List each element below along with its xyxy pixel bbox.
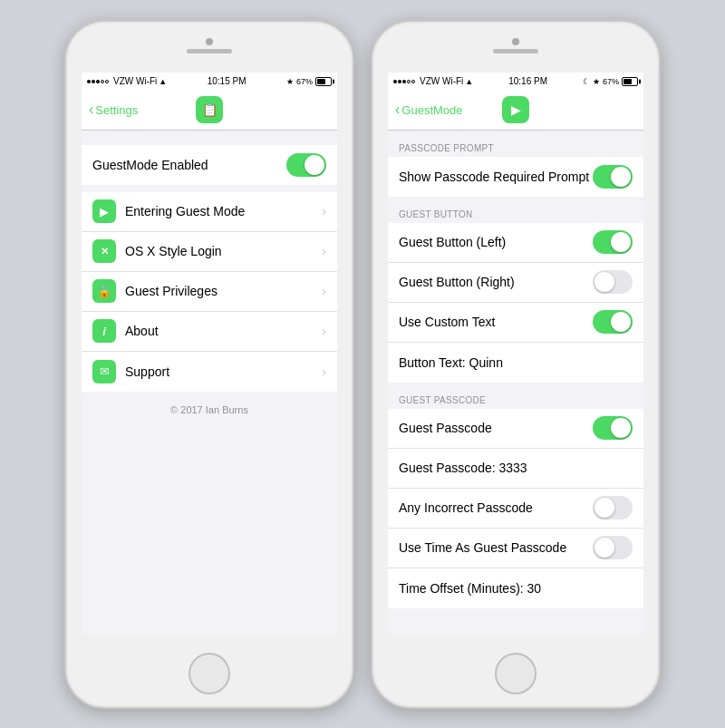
privileges-icon: 🔒	[92, 279, 116, 303]
row-guestmode-enabled[interactable]: GuestMode Enabled	[82, 145, 337, 185]
guestmode-label: GuestMode Enabled	[92, 158, 286, 172]
row-osx-style-login[interactable]: ✕ OS X Style Login ›	[82, 232, 337, 272]
group-guestmode: GuestMode Enabled	[82, 145, 337, 185]
time-offset-label: Time Offset (Minutes): 30	[399, 581, 633, 596]
show-passcode-toggle[interactable]	[593, 165, 633, 189]
home-button-1[interactable]	[188, 653, 230, 694]
guest-passcode-toggle[interactable]	[593, 416, 633, 440]
row-support[interactable]: ✉ Support ›	[82, 352, 337, 392]
row-about[interactable]: i About ›	[82, 312, 337, 352]
privileges-chevron: ›	[322, 284, 326, 298]
row-use-time-as-passcode[interactable]: Use Time As Guest Passcode	[388, 529, 643, 568]
nav-back-2[interactable]: ‹ GuestMode	[395, 102, 463, 118]
nav-bar-1: ‹ Settings 📋	[82, 91, 337, 131]
about-label: About	[125, 324, 316, 338]
nav-icon-symbol-1: 📋	[202, 102, 218, 117]
phone-1: VZW Wi-Fi ▲ 10:15 PM ★ 67% ‹ Settings 📋	[64, 20, 354, 709]
guest-passcode-value-label: Guest Passcode: 3333	[399, 461, 633, 475]
dot2-2	[398, 80, 401, 83]
battery-icon-2	[622, 77, 638, 86]
back-label-1: Settings	[95, 103, 138, 117]
battery-icon-1	[315, 77, 332, 86]
show-passcode-label: Show Passcode Required Prompt	[399, 170, 593, 184]
group-nav-rows: ▶ Entering Guest Mode › ✕ OS X Style Log…	[82, 192, 337, 392]
bluetooth-icon-1: ★	[286, 77, 294, 86]
group-guest-button: Guest Button (Left) Guest Button (Right)…	[388, 223, 643, 383]
any-incorrect-toggle[interactable]	[593, 496, 633, 519]
dot2-3	[402, 80, 406, 83]
camera-dot-2	[512, 38, 519, 45]
guest-button-right-toggle[interactable]	[593, 270, 633, 294]
nav-bar-2: ‹ GuestMode ▶	[388, 91, 643, 131]
battery-fill-2	[624, 79, 632, 84]
guest-button-left-label: Guest Button (Left)	[399, 235, 593, 249]
entering-icon: ▶	[92, 199, 116, 223]
copyright: © 2017 Ian Burns	[82, 392, 337, 428]
signal-dots	[87, 80, 109, 83]
status-right-1: ★ 67%	[286, 77, 332, 86]
section-header-guest-passcode: GUEST PASSCODE	[388, 383, 643, 409]
dot4	[101, 80, 104, 83]
back-arrow-1: ‹	[89, 102, 93, 118]
use-time-toggle[interactable]	[593, 536, 633, 559]
row-any-incorrect-passcode[interactable]: Any Incorrect Passcode	[388, 489, 643, 529]
entering-label: Entering Guest Mode	[125, 204, 316, 218]
bluetooth-icon-2: ★	[593, 77, 600, 86]
use-time-knob	[594, 538, 614, 558]
use-custom-text-knob	[611, 312, 631, 332]
nav-icon-1: 📋	[196, 96, 223, 123]
guest-passcode-label: Guest Passcode	[399, 421, 593, 435]
osx-chevron: ›	[322, 244, 326, 258]
dot5	[105, 80, 109, 83]
gap1	[82, 185, 337, 192]
dot1	[87, 80, 91, 83]
guestmode-toggle[interactable]	[286, 153, 326, 177]
nav-icon-2: ▶	[502, 96, 529, 123]
nav-back-1[interactable]: ‹ Settings	[89, 102, 138, 118]
wifi-icon-2: ▲	[465, 77, 473, 86]
about-chevron: ›	[322, 324, 326, 338]
privileges-label: Guest Privileges	[125, 284, 316, 298]
row-button-text: Button Text: Quinn	[388, 343, 643, 383]
use-time-label: Use Time As Guest Passcode	[399, 540, 593, 555]
button-text-label: Button Text: Quinn	[399, 355, 633, 370]
section-header-passcode-prompt: PASSCODE PROMPT	[388, 131, 643, 157]
any-incorrect-label: Any Incorrect Passcode	[399, 500, 593, 515]
guest-button-right-label: Guest Button (Right)	[399, 275, 593, 289]
status-left: VZW Wi-Fi ▲	[87, 76, 167, 86]
back-arrow-2: ‹	[395, 102, 400, 118]
row-guest-passcode[interactable]: Guest Passcode	[388, 409, 643, 449]
guest-button-left-knob	[611, 232, 631, 252]
dot2-1	[393, 80, 397, 83]
osx-icon: ✕	[92, 239, 116, 263]
row-time-offset: Time Offset (Minutes): 30	[388, 568, 643, 608]
row-entering-guest-mode[interactable]: ▶ Entering Guest Mode ›	[82, 192, 337, 232]
support-chevron: ›	[322, 364, 326, 379]
row-guest-button-left[interactable]: Guest Button (Left)	[388, 223, 643, 263]
phone-2: VZW Wi-Fi ▲ 10:16 PM ☾ ★ 67% ‹ GuestMode…	[371, 20, 661, 709]
about-icon: i	[92, 319, 116, 343]
content-2: PASSCODE PROMPT Show Passcode Required P…	[388, 131, 643, 635]
status-bar-1: VZW Wi-Fi ▲ 10:15 PM ★ 67%	[82, 73, 337, 91]
row-guest-privileges[interactable]: 🔒 Guest Privileges ›	[82, 272, 337, 312]
dot3	[96, 80, 100, 83]
status-right-2: ☾ ★ 67%	[583, 77, 638, 86]
screen-1: VZW Wi-Fi ▲ 10:15 PM ★ 67% ‹ Settings 📋	[82, 73, 337, 635]
screen-2: VZW Wi-Fi ▲ 10:16 PM ☾ ★ 67% ‹ GuestMode…	[388, 73, 643, 635]
group-guest-passcode: Guest Passcode Guest Passcode: 3333 Any …	[388, 409, 643, 608]
guestmode-toggle-knob	[304, 155, 324, 175]
back-label-2: GuestMode	[401, 103, 462, 117]
camera-dot	[206, 38, 213, 45]
guest-button-right-knob	[594, 272, 614, 292]
row-show-passcode-prompt[interactable]: Show Passcode Required Prompt	[388, 157, 643, 197]
row-guest-passcode-value: Guest Passcode: 3333	[388, 449, 643, 489]
entering-chevron: ›	[322, 204, 326, 218]
show-passcode-knob	[611, 167, 631, 187]
wifi-icon-1: ▲	[159, 77, 167, 86]
use-custom-text-toggle[interactable]	[593, 310, 633, 334]
row-guest-button-right[interactable]: Guest Button (Right)	[388, 263, 643, 303]
row-use-custom-text[interactable]: Use Custom Text	[388, 303, 643, 343]
home-button-2[interactable]	[495, 653, 536, 694]
guest-button-left-toggle[interactable]	[593, 230, 633, 254]
section-header-guest-button: GUEST BUTTON	[388, 197, 643, 223]
